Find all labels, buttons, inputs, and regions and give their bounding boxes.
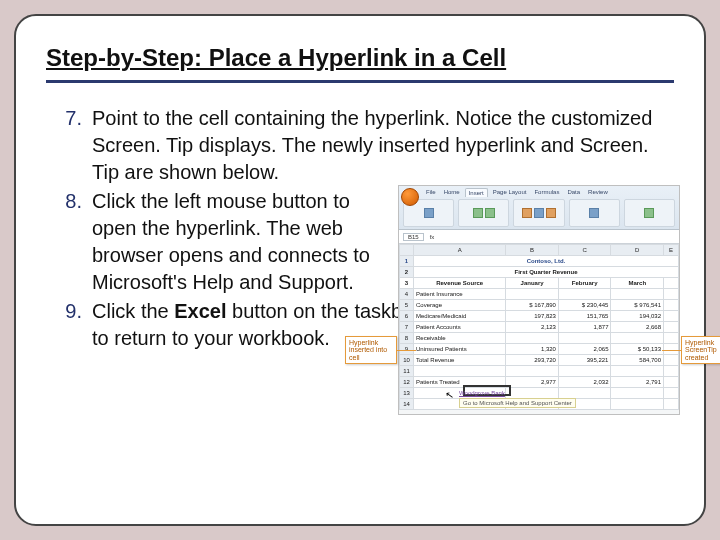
ribbon-tabs: File Home Insert Page Layout Formulas Da… — [399, 186, 679, 197]
sheet-table: A B C D E 1Contoso, Ltd. 2First Quarter … — [399, 244, 679, 410]
col-d: D — [611, 245, 664, 256]
formula-bar: B15 fx — [399, 230, 679, 244]
callout-hyperlink-inserted: Hyperlink inserted into cell — [345, 336, 397, 364]
ribbon-groups — [399, 197, 679, 229]
col-c: C — [558, 245, 611, 256]
screentip-box: Go to Microsoft Help and Support Center — [459, 398, 576, 408]
step-text-a: Click the — [92, 300, 174, 322]
step-8: 8. Click the left mouse button to open t… — [46, 188, 386, 296]
worksheet-grid: A B C D E 1Contoso, Ltd. 2First Quarter … — [399, 244, 679, 410]
ribbon: File Home Insert Page Layout Formulas Da… — [399, 186, 679, 230]
sheet-subtitle: First Quarter Revenue — [414, 267, 679, 278]
step-7: 7. Point to the cell containing the hype… — [46, 105, 674, 186]
office-orb-icon — [401, 188, 419, 206]
col-a: A — [414, 245, 506, 256]
col-e: E — [664, 245, 679, 256]
sheet-title: Contoso, Ltd. — [414, 256, 679, 267]
step-bold: Excel — [174, 300, 226, 322]
tab-review: Review — [585, 188, 611, 197]
tab-data: Data — [564, 188, 583, 197]
tab-pagelayout: Page Layout — [490, 188, 530, 197]
tab-file: File — [423, 188, 439, 197]
slide-title: Step-by-Step: Place a Hyperlink in a Cel… — [46, 44, 674, 83]
col-b: B — [506, 245, 559, 256]
slide-frame: Step-by-Step: Place a Hyperlink in a Cel… — [14, 14, 706, 526]
callout-screentip-created: Hyperlink ScreenTip created — [681, 336, 720, 364]
step-number: 8. — [46, 188, 82, 215]
tab-insert: Insert — [465, 188, 488, 197]
content-area: 7. Point to the cell containing the hype… — [46, 105, 674, 352]
step-text: Click the left mouse button to open the … — [92, 190, 370, 293]
mouse-cursor-icon: ↖ — [444, 388, 454, 400]
step-number: 7. — [46, 105, 82, 132]
tab-home: Home — [441, 188, 463, 197]
name-box: B15 — [403, 233, 424, 241]
step-number: 9. — [46, 298, 82, 325]
col-corner — [400, 245, 414, 256]
fx-label: fx — [430, 234, 435, 240]
tab-formulas: Formulas — [531, 188, 562, 197]
step-text: Point to the cell containing the hyperli… — [92, 107, 652, 183]
excel-screenshot: File Home Insert Page Layout Formulas Da… — [398, 185, 680, 415]
hyperlink-text: Woodgrove Bank — [459, 390, 505, 396]
